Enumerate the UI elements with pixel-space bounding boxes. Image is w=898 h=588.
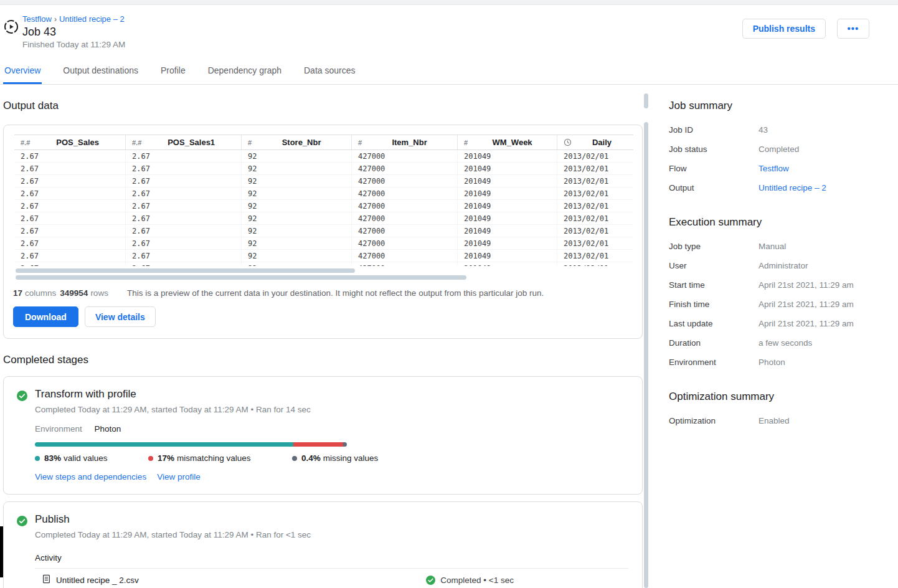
summary-label: User <box>669 260 759 272</box>
table-cell: 92 <box>241 150 351 162</box>
table-row: 2.672.67924270002010492013/02/01 <box>14 250 633 262</box>
table-cell: 2.67 <box>14 237 125 249</box>
header-actions: Publish results ••• <box>742 19 869 39</box>
table-horizontal-scrollbar[interactable] <box>16 268 355 273</box>
table-row: 2.672.67924270002010492013/02/01 <box>14 163 633 175</box>
page-title: Job 43 <box>22 25 742 39</box>
table-cell: 427000 <box>351 237 457 249</box>
preview-note: This is a preview of the current data in… <box>127 288 544 298</box>
data-preview-table: #.#POS_Sales#.#POS_Sales1#Store_Nbr#Item… <box>14 135 633 266</box>
column-header-pos_sales1[interactable]: #.#POS_Sales1 <box>125 135 241 149</box>
data-quality-bar <box>35 442 347 447</box>
table-cell: 2.67 <box>14 150 125 162</box>
table-row: 2.672.67924270002010492013/02/01 <box>14 225 633 237</box>
tab-overview[interactable]: Overview <box>3 63 42 84</box>
more-actions-button[interactable]: ••• <box>837 19 869 39</box>
table-cell: 201049 <box>457 175 557 187</box>
summary-label: Last update <box>669 318 759 330</box>
output-data-heading: Output data <box>3 100 643 112</box>
breadcrumb-separator: › <box>54 15 57 24</box>
summary-label: Job ID <box>669 125 759 136</box>
table-cell: 2.67 <box>14 175 125 187</box>
mismatched-values-segment <box>293 442 343 447</box>
summary-value: April 21st 2021, 11:29 am <box>759 280 854 291</box>
summary-row: Job statusCompleted <box>669 144 874 155</box>
table-row: 2.672.67924270002010492013/02/01 <box>14 200 633 212</box>
column-label: Item_Nbr <box>362 138 457 147</box>
view-steps-link[interactable]: View steps and dependencies <box>35 472 146 481</box>
publish-results-button[interactable]: Publish results <box>742 19 826 39</box>
table-cell: 92 <box>241 225 351 237</box>
page-header: Testflow›Untitled recipe – 2 Job 43 Fini… <box>0 5 898 50</box>
table-footer: 17 columns 349954 rows This is a preview… <box>13 288 633 298</box>
column-header-daily[interactable]: Daily <box>557 135 632 149</box>
table-cell: 2013/02/01 <box>557 187 632 199</box>
breadcrumb: Testflow›Untitled recipe – 2 <box>22 14 742 25</box>
view-details-button[interactable]: View details <box>85 306 156 327</box>
table-body: 2.672.67924270002010492013/02/012.672.67… <box>14 150 633 266</box>
success-check-icon <box>17 391 27 401</box>
job_summary-rows: Job ID43Job statusCompletedFlowTestflowO… <box>669 125 874 194</box>
summary-row: Job ID43 <box>669 125 874 136</box>
download-button[interactable]: Download <box>13 306 78 327</box>
table-cell: 2.67 <box>125 175 241 187</box>
table-row: 2.672.67924270002010492013/02/01 <box>14 150 633 163</box>
legend-missing: 0.4%missing values <box>292 453 378 463</box>
table-cell: 201049 <box>457 212 557 224</box>
environment-line: Environment Photon <box>35 424 628 434</box>
table-cell: 427000 <box>351 200 457 212</box>
table-row: 2.672.67924270002010492013/02/01 <box>14 175 633 187</box>
table-cell: 2.67 <box>125 225 241 237</box>
tab-data-sources[interactable]: Data sources <box>303 63 356 84</box>
top-strip <box>0 0 898 5</box>
job-run-icon <box>4 19 19 34</box>
execution_summary-rows: Job typeManualUserAdministratorStart tim… <box>669 241 874 368</box>
datetime-type-icon <box>564 138 572 146</box>
view-profile-link[interactable]: View profile <box>157 472 201 481</box>
summary-row: FlowTestflow <box>669 163 874 174</box>
tab-dependency-graph[interactable]: Dependency graph <box>207 63 283 84</box>
tab-output-destinations[interactable]: Output destinations <box>62 63 139 84</box>
column-header-wm_week[interactable]: #WM_Week <box>457 135 557 149</box>
publish-stage-card: Publish Completed Today at 11:29 AM, sta… <box>3 501 643 588</box>
missing-values-segment <box>343 442 347 447</box>
column-header-store_nbr[interactable]: #Store_Nbr <box>241 135 351 149</box>
environment-label: Environment <box>35 424 82 434</box>
column-header-pos_sales[interactable]: #.#POS_Sales <box>14 135 125 149</box>
table-cell: 427000 <box>351 187 457 199</box>
breadcrumb-recipe-link[interactable]: Untitled recipe – 2 <box>59 14 125 24</box>
summary-label: Start time <box>669 280 759 291</box>
table-cell: 92 <box>241 163 351 174</box>
vertical-scrollbar-top[interactable] <box>644 93 648 108</box>
panel-horizontal-scrollbar[interactable] <box>16 275 466 280</box>
stage-title: Transform with profile <box>35 388 628 401</box>
table-row: 2.672.67924270002010492013/02/01 <box>14 187 633 200</box>
table-cell: 2.67 <box>125 187 241 199</box>
table-cell: 92 <box>241 187 351 199</box>
decimal-type-icon: #.# <box>21 139 30 146</box>
table-cell: 92 <box>241 212 351 224</box>
activity-row[interactable]: Untitled recipe _ 2.csv Completed • <1 s… <box>35 569 628 588</box>
summary-value: Completed <box>759 144 799 155</box>
summary-label: Finish time <box>669 299 759 310</box>
summary-value: April 21st 2021, 11:29 am <box>759 318 854 330</box>
breadcrumb-flow-link[interactable]: Testflow <box>22 14 52 24</box>
tab-profile[interactable]: Profile <box>159 63 187 84</box>
summary-value-link[interactable]: Testflow <box>759 163 789 174</box>
table-cell: 2.67 <box>125 200 241 212</box>
table-cell: 2.67 <box>14 212 125 224</box>
completed-stages-heading: Completed stages <box>3 354 643 366</box>
column-label: Store_Nbr <box>252 138 351 147</box>
columns-count-label: columns <box>25 288 56 298</box>
success-check-icon <box>17 516 27 526</box>
table-cell: 2013/02/01 <box>557 250 632 262</box>
success-check-icon <box>426 576 435 585</box>
vertical-scrollbar-thumb[interactable] <box>644 122 648 588</box>
job-summary-section: Job summary Job ID43Job statusCompletedF… <box>669 100 874 194</box>
rows-count: 349954 <box>60 288 88 298</box>
summary-row: UserAdministrator <box>669 260 874 272</box>
column-header-item_nbr[interactable]: #Item_Nbr <box>351 135 457 149</box>
table-cell: 2.67 <box>14 250 125 262</box>
summary-value-link[interactable]: Untitled recipe – 2 <box>759 183 826 194</box>
summary-label: Flow <box>669 163 759 174</box>
